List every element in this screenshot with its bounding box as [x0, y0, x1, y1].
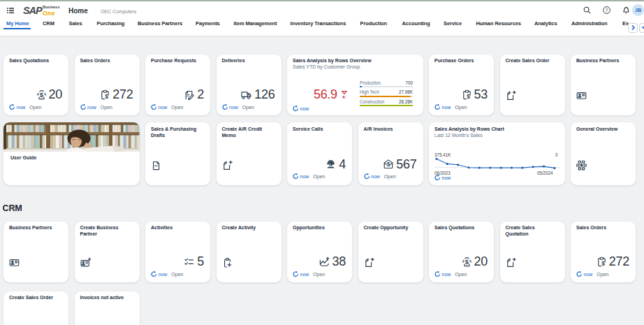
svg-text:$: $	[601, 260, 605, 267]
svg-text:$: $	[467, 93, 470, 100]
svg-text:?: ?	[606, 8, 608, 13]
svg-text:$: $	[387, 161, 390, 168]
svg-text:$: $	[464, 258, 469, 266]
svg-text:$: $	[105, 93, 109, 100]
svg-text:$: $	[39, 91, 43, 99]
